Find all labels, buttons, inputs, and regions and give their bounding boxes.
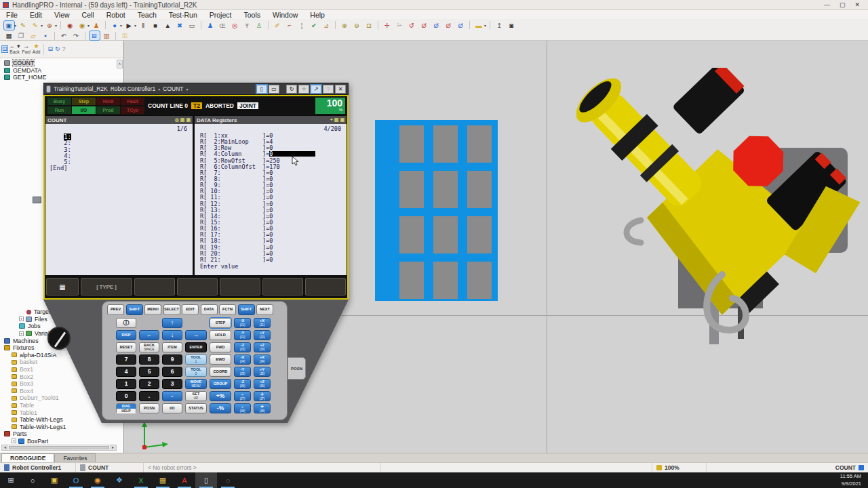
pendant-key-tool-2[interactable]: TOOL2 — [185, 367, 207, 377]
pendant-key-prev[interactable]: PREV — [107, 304, 124, 315]
online-icon[interactable]: ✔ — [309, 21, 319, 30]
key-icon[interactable]: ⚿ — [120, 31, 130, 40]
pendant-key-menu[interactable]: MENU — [144, 304, 161, 315]
operator-icon[interactable]: ♙ — [254, 21, 264, 30]
taskbar-pinned-app[interactable]: ❖ — [108, 472, 130, 488]
register-row[interactable]: R[ 15: ]=0 — [200, 219, 345, 225]
pendant-key-fwd[interactable]: FWD — [210, 342, 231, 352]
pendant-key-key[interactable]: ⓘ — [116, 318, 136, 328]
pendant-key-key[interactable]: +% — [210, 391, 231, 401]
pendant-key-diag-help[interactable]: DIAGHELP — [116, 403, 136, 413]
nav-back[interactable]: ← ▾Back — [9, 43, 20, 55]
pendant-key-set-up[interactable]: SETUP — [185, 391, 207, 401]
register-row[interactable]: R[ 9: ]=0 — [200, 182, 345, 188]
pendant-program[interactable]: COUNT — [163, 85, 183, 92]
zoom-window-icon[interactable]: ⊡ — [364, 21, 374, 30]
pendant-key-y-j5[interactable]: +Y(J5) — [254, 367, 271, 377]
pendant-key-bwd[interactable]: BWD — [210, 354, 231, 365]
find-parts-icon[interactable]: ◉ — [77, 21, 87, 30]
corner-icon[interactable]: ⌐ — [285, 21, 295, 30]
taskbar-excel[interactable]: X — [130, 472, 152, 488]
register-row[interactable]: R[ 12: ]=0 — [200, 201, 345, 207]
pendant-key-key[interactable]: ↑ — [162, 318, 182, 328]
cycle-start-dropdown[interactable]: ▾ — [120, 23, 122, 28]
pendant-key-move-menu[interactable]: MOVEMENU — [185, 379, 207, 389]
pendant-key-data[interactable]: DATA — [201, 304, 218, 315]
new-cell-icon[interactable]: ▦ — [4, 31, 14, 40]
pendant-refresh-button[interactable]: ↻ — [286, 85, 297, 94]
open-icon[interactable]: ▱ — [28, 31, 39, 40]
register-row[interactable]: R[ 3:Row ]=0 — [200, 144, 345, 150]
register-row[interactable]: R[ 7: ]=0 — [200, 169, 345, 176]
pendant-key-x-j1[interactable]: -X(J1) — [234, 318, 251, 328]
copy-icon[interactable]: ❐ — [16, 31, 26, 40]
pendant-show-keyboard-button[interactable]: ▭ — [269, 85, 279, 94]
pendant-key-z-j6[interactable]: -Z(J6) — [234, 379, 251, 389]
pendant-key-3[interactable]: 3 — [162, 379, 182, 389]
pendant-key-j7[interactable]: -(J7) — [234, 391, 251, 401]
pendant-key-select[interactable]: SELECT — [163, 304, 180, 315]
tab-favorites[interactable]: Favorites — [54, 453, 96, 462]
register-row[interactable]: R[ 18: ]=0 — [200, 237, 345, 243]
pendant-key-posn[interactable]: POSN — [139, 403, 159, 413]
fkey-blank[interactable] — [262, 278, 303, 296]
library-icon[interactable]: ▥ — [102, 31, 112, 40]
pendant-key-key[interactable]: → — [185, 330, 207, 340]
register-row[interactable]: R[ 11: ]=0 — [200, 194, 345, 200]
robot-controller-dropdown[interactable]: ▾ — [14, 23, 16, 28]
teach-tool-dropdown[interactable]: ▾ — [41, 23, 43, 28]
pendant-key-4[interactable]: 4 — [116, 367, 136, 377]
pendant-detach-button[interactable]: ↗ — [311, 85, 321, 94]
pendant-key-status[interactable]: STATUS — [185, 403, 207, 413]
pendant-key-z-j3[interactable]: -Z(J3) — [234, 342, 251, 352]
panel-icon[interactable]: ▭ — [187, 21, 197, 30]
pendant-key-key[interactable]: -% — [210, 403, 231, 413]
pendant-hold-robot-button[interactable]: ✛ — [298, 85, 309, 94]
fkey-blank[interactable] — [177, 278, 218, 296]
alarm-robot-icon[interactable]: ♟ — [92, 21, 102, 30]
menu-view[interactable]: View — [48, 11, 76, 19]
pendant-key-y-j5[interactable]: -Y(J5) — [234, 367, 251, 377]
nav-refresh[interactable]: ↻ — [55, 46, 60, 52]
robot-3d[interactable] — [576, 68, 861, 352]
register-row[interactable]: R[ 8: ]=0 — [200, 176, 345, 182]
zoom-out-icon[interactable]: ⊖ — [352, 21, 362, 30]
save-icon[interactable]: ▪ — [41, 31, 51, 40]
menu-test-run[interactable]: Test-Run — [163, 11, 203, 19]
taskbar-chrome[interactable]: ◉ — [87, 472, 108, 488]
abort-icon[interactable]: ✖ — [175, 21, 185, 30]
run-icon[interactable]: ▶ — [124, 21, 134, 30]
tree-item-get-home[interactable]: GET_HOME — [0, 74, 123, 81]
program-line[interactable]: [End] — [50, 165, 71, 171]
nav-help[interactable]: ? — [62, 46, 66, 52]
register-row[interactable]: R[ 5:RowOfst ]=250 — [200, 157, 345, 163]
taskbar-photos[interactable]: ▦ — [152, 472, 174, 488]
tree-scroll-up[interactable]: ∧ — [117, 60, 123, 68]
window-maximize-button[interactable]: ▢ — [840, 1, 846, 8]
menu-teach[interactable]: Teach — [132, 11, 163, 19]
menu-help[interactable]: Help — [304, 11, 331, 19]
pendant-key-x-j4[interactable]: -X(J4) — [234, 354, 251, 365]
fkey-menu-grid[interactable]: ▦ — [46, 278, 79, 296]
register-row[interactable]: R[ 14: ]=0 — [200, 213, 345, 219]
pendant-key-x-j4[interactable]: +X(J4) — [254, 354, 271, 365]
pendant-key-x-j1[interactable]: +X(J1) — [254, 318, 271, 328]
register-row[interactable]: R[ 17: ]=0 — [200, 231, 345, 237]
window-minimize-button[interactable]: — — [824, 1, 830, 8]
jog-pole-icon[interactable]: Ŧ — [242, 21, 252, 30]
register-row[interactable]: R[ 19: ]=0 — [200, 244, 345, 250]
program-line[interactable]: 4: — [50, 152, 71, 159]
pendant-key-edit[interactable]: EDIT — [182, 304, 199, 315]
menu-robot[interactable]: Robot — [100, 11, 132, 19]
taskbar-file-explorer[interactable]: ▣ — [43, 472, 65, 488]
pane-split-icon[interactable]: ▣ — [340, 117, 344, 123]
pane-add-icon[interactable]: + — [330, 117, 333, 123]
snapshot-icon[interactable]: ◙ — [507, 21, 517, 30]
mouse-mode-icon[interactable]: ↥ — [494, 21, 505, 30]
pendant-key-0[interactable]: 0 — [116, 391, 136, 401]
pane-menu-icon[interactable]: ▤ — [180, 117, 185, 123]
pendant-key-fctn[interactable]: FCTN — [219, 304, 236, 315]
rotate-view-icon[interactable]: ↺ — [407, 21, 417, 30]
menu-edit[interactable]: Edit — [24, 11, 48, 19]
menu-file[interactable]: File — [0, 11, 24, 19]
